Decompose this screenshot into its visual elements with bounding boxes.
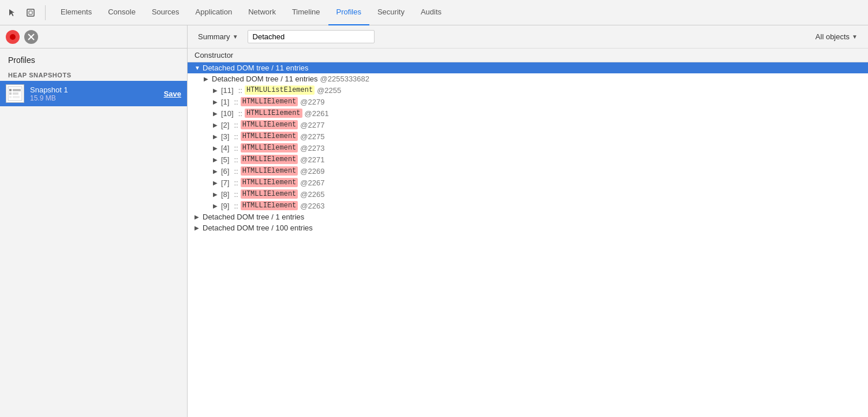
tree-row[interactable]: ▶ [2] :: HTMLLIElement @2277 [188,119,868,131]
at-id: @2277 [300,121,324,129]
tag-highlight: HTMLLIElement [245,109,302,118]
tree-row[interactable]: ▶ [10] :: HTMLLIElement @2261 [188,107,868,119]
allobjects-dropdown-arrow: ▼ [852,33,858,40]
tree-row[interactable]: ▶ [11] :: HTMLUListElement @2255 [188,84,868,96]
at-id: @2271 [300,155,324,164]
summary-dropdown[interactable]: Summary ▼ [193,30,243,43]
tree-row[interactable]: ▶ [9] :: HTMLLIElement @2263 [188,200,868,211]
toggle-arrow: ▶ [213,157,221,163]
tree-row[interactable]: ▼ Detached DOM tree / 11 entries [188,62,868,73]
snapshot-size: 15.9 MB [30,94,158,102]
index-text: [1] [221,98,229,106]
at-id: @2265 [300,190,324,199]
toggle-arrow: ▶ [213,191,221,198]
index-text: [5] [221,155,229,164]
clear-button[interactable] [24,30,38,44]
top-nav: Elements Console Sources Application Net… [0,0,868,25]
inspect-icon[interactable] [23,5,38,20]
tree-row[interactable]: ▶ [5] :: HTMLLIElement @2271 [188,154,868,165]
content-area: Summary ▼ All objects ▼ Constructor ▼ De… [188,25,868,417]
separator: :: [238,109,242,118]
tab-audits[interactable]: Audits [413,0,450,25]
row-text: Detached DOM tree / 1 entries [203,213,304,221]
main-layout: Profiles HEAP SNAPSHOTS Snapshot 1 15.9 … [0,25,868,417]
tab-security[interactable]: Security [369,0,413,25]
at-id: @2269 [300,167,324,176]
record-button[interactable] [6,30,20,44]
index-text: [10] [221,109,234,118]
at-id: @2267 [300,178,324,187]
index-text: [11] [221,86,234,95]
save-link[interactable]: Save [164,90,181,98]
sidebar: Profiles HEAP SNAPSHOTS Snapshot 1 15.9 … [0,25,188,417]
separator: :: [234,132,238,141]
filter-input[interactable] [248,30,375,43]
svg-rect-6 [9,89,12,91]
row-text: Detached DOM tree / 11 entries [203,64,309,72]
toggle-arrow: ▶ [213,110,221,117]
tree-row[interactable]: ▶ [4] :: HTMLLIElement @2273 [188,142,868,154]
separator: :: [234,121,238,129]
content-toolbar: Summary ▼ All objects ▼ [188,25,868,49]
svg-rect-7 [9,92,12,95]
index-text: [8] [221,190,229,199]
tree-row[interactable]: ▶ [8] :: HTMLLIElement @2265 [188,188,868,200]
tree-row[interactable]: ▶ [3] :: HTMLLIElement @2275 [188,131,868,142]
snapshot-item[interactable]: Snapshot 1 15.9 MB Save [0,81,187,106]
svg-rect-1 [29,11,32,14]
index-text: [6] [221,167,229,176]
at-id: @2279 [300,98,324,106]
tab-console[interactable]: Console [100,0,144,25]
tag-highlight: HTMLUListElement [245,85,315,95]
toggle-arrow: ▶ [194,225,203,231]
separator: :: [234,155,238,164]
svg-rect-0 [27,9,34,16]
snapshot-info: Snapshot 1 15.9 MB [30,85,158,102]
toggle-arrow: ▶ [213,87,221,94]
profiles-title: Profiles [0,49,187,68]
separator: :: [234,178,238,187]
tab-timeline[interactable]: Timeline [284,0,328,25]
tree-row[interactable]: ▶ Detached DOM tree / 100 entries [188,222,868,233]
toggle-arrow: ▶ [213,203,221,209]
tab-elements[interactable]: Elements [53,0,100,25]
index-text: [4] [221,144,229,152]
separator: :: [234,98,238,106]
snapshot-icon [6,84,24,103]
separator: :: [238,86,242,95]
tab-network[interactable]: Network [240,0,284,25]
separator: :: [234,144,238,152]
tree-row[interactable]: ▶ Detached DOM tree / 1 entries [188,211,868,222]
toggle-arrow: ▶ [213,168,221,174]
at-id: @2261 [305,109,329,118]
heap-snapshots-label: HEAP SNAPSHOTS [0,68,187,81]
tab-application[interactable]: Application [188,0,241,25]
svg-point-2 [10,34,16,40]
separator: :: [234,190,238,199]
allobjects-dropdown[interactable]: All objects ▼ [811,30,862,43]
tree-row[interactable]: ▶ [7] :: HTMLLIElement @2267 [188,177,868,188]
at-id: @2273 [300,144,324,152]
toggle-arrow: ▶ [204,76,212,82]
toggle-arrow: ▼ [194,65,203,71]
tree-row[interactable]: ▶ [6] :: HTMLLIElement @2269 [188,165,868,177]
tab-profiles[interactable]: Profiles [328,0,369,25]
tree-row[interactable]: ▶ Detached DOM tree / 11 entries @225533… [188,73,868,84]
separator: :: [234,202,238,210]
at-id: @2255333682 [320,75,370,83]
toggle-arrow: ▶ [213,122,221,128]
tag-highlight: HTMLLIElement [241,155,298,164]
tree-row[interactable]: ▶ [1] :: HTMLLIElement @2279 [188,96,868,107]
tag-highlight: HTMLLIElement [241,178,298,187]
devtools-icons [5,5,46,20]
svg-rect-11 [13,96,20,98]
tab-sources[interactable]: Sources [144,0,188,25]
cursor-icon[interactable] [5,5,20,20]
row-text: Detached DOM tree / 11 entries [212,75,318,83]
tag-highlight: HTMLLIElement [241,201,298,210]
separator: :: [234,167,238,176]
tag-highlight: HTMLLIElement [241,143,298,152]
toggle-arrow: ▶ [213,145,221,151]
table-area: Constructor ▼ Detached DOM tree / 11 ent… [188,49,868,417]
tag-highlight: HTMLLIElement [241,166,298,176]
